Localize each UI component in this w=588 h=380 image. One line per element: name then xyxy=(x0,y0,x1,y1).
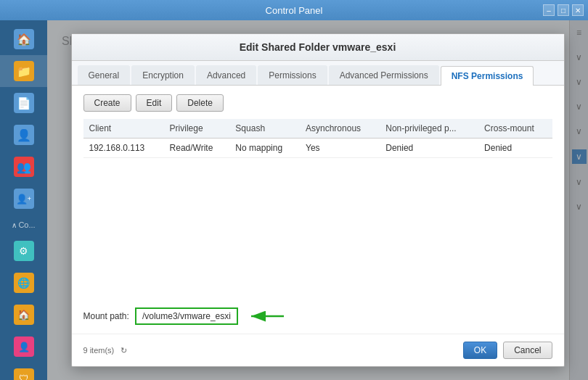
table-body: 192.168.0.113 Read/Write No mapping Yes … xyxy=(83,139,552,158)
tab-advanced-permissions[interactable]: Advanced Permissions xyxy=(329,65,439,85)
tab-advanced[interactable]: Advanced xyxy=(196,65,256,85)
col-squash: Squash xyxy=(229,119,300,139)
sec-icon: 🛡 xyxy=(14,368,34,380)
col-client: Client xyxy=(83,119,164,139)
tab-encryption[interactable]: Encryption xyxy=(131,65,195,85)
mount-path-value: /volume3/vmware_esxi xyxy=(135,307,238,325)
modal-body: Create Edit Delete Client Privilege Squa… xyxy=(72,86,564,334)
title-bar-controls: – □ ✕ xyxy=(543,4,584,16)
modal-title: Edit Shared Folder vmware_esxi xyxy=(240,41,396,53)
modal-header: Edit Shared Folder vmware_esxi xyxy=(72,34,564,61)
sidebar-item-ext[interactable]: 🌐 xyxy=(0,267,47,299)
refresh-icon[interactable]: ↻ xyxy=(121,346,127,355)
cell-privilege: Read/Write xyxy=(164,139,230,158)
delete-button[interactable]: Delete xyxy=(176,94,224,112)
nfs-table: Client Privilege Squash Asynchronous Non… xyxy=(83,119,552,158)
col-nonpriv: Non-privileged p... xyxy=(380,119,478,139)
item-count: 9 item(s) xyxy=(83,346,115,355)
minimize-button[interactable]: – xyxy=(543,4,555,16)
sidebar-item-home[interactable]: 🏠 xyxy=(0,23,47,55)
tab-permissions[interactable]: Permissions xyxy=(258,65,327,85)
sidebar-item-qos[interactable]: ⚙ xyxy=(0,235,47,267)
col-crossmount: Cross-mount xyxy=(478,119,552,139)
sidebar-item-group[interactable]: 👥 xyxy=(0,151,47,183)
shared-folder-icon: 📁 xyxy=(14,61,34,81)
main-layout: 🏠 📁 📄 👤 👥 👤+ ∧ Co... ⚙ 🌐 xyxy=(0,20,588,380)
sidebar-item-dp[interactable]: 👤 xyxy=(0,331,47,363)
cell-async: Yes xyxy=(300,139,380,158)
table-row[interactable]: 192.168.0.113 Read/Write No mapping Yes … xyxy=(83,139,552,158)
edit-button[interactable]: Edit xyxy=(136,94,173,112)
modal-dialog: Edit Shared Folder vmware_esxi General E… xyxy=(71,33,565,367)
footer-status: 9 item(s) ↻ xyxy=(83,346,128,355)
mount-path-area: Mount path: /volume3/vmware_esxi xyxy=(83,300,552,325)
modal-overlay: Edit Shared Folder vmware_esxi General E… xyxy=(47,20,588,380)
sidebar-item-notif[interactable]: 🏠 xyxy=(0,299,47,331)
file-icon: 📄 xyxy=(14,93,34,113)
sidebar-item-shared[interactable]: 📁 xyxy=(0,55,47,87)
cell-nonpriv: Denied xyxy=(380,139,478,158)
col-privilege: Privilege xyxy=(164,119,230,139)
title-bar: Control Panel – □ ✕ xyxy=(0,0,588,20)
conn-label: Co... xyxy=(18,220,35,229)
close-button[interactable]: ✕ xyxy=(572,4,584,16)
tab-general[interactable]: General xyxy=(78,65,131,85)
cell-squash: No mapping xyxy=(229,139,300,158)
dp-icon: 👤 xyxy=(14,336,34,357)
group-icon: 👥 xyxy=(14,157,34,177)
modal-tabs: General Encryption Advanced Permissions … xyxy=(72,61,564,86)
sidebar-item-sec[interactable]: 🛡 xyxy=(0,363,47,380)
arrow-indicator xyxy=(244,307,287,325)
qos-icon: ⚙ xyxy=(14,241,34,261)
home-icon: 🏠 xyxy=(14,29,34,49)
user-icon: 👤 xyxy=(14,125,34,145)
tab-nfs-permissions[interactable]: NFS Permissions xyxy=(441,66,534,86)
mount-path-label: Mount path: xyxy=(83,311,129,321)
sidebar: 🏠 📁 📄 👤 👥 👤+ ∧ Co... ⚙ 🌐 xyxy=(0,20,47,380)
sidebar-item-conn[interactable]: ∧ Co... xyxy=(0,215,47,235)
title-bar-text: Control Panel xyxy=(266,5,323,16)
table-header-row: Client Privilege Squash Asynchronous Non… xyxy=(83,119,552,139)
sidebar-item-user[interactable]: 👤 xyxy=(0,119,47,151)
cancel-button[interactable]: Cancel xyxy=(503,342,552,359)
sidebar-item-file[interactable]: 📄 xyxy=(0,87,47,119)
domain-icon: 👤+ xyxy=(14,189,34,209)
create-button[interactable]: Create xyxy=(83,94,131,112)
cell-client: 192.168.0.113 xyxy=(83,139,164,158)
footer-buttons: OK Cancel xyxy=(463,342,552,359)
modal-footer: 9 item(s) ↻ OK Cancel xyxy=(72,334,564,366)
col-async: Asynchronous xyxy=(300,119,380,139)
cell-crossmount: Denied xyxy=(478,139,552,158)
notif-icon: 🏠 xyxy=(14,305,34,325)
table-header: Client Privilege Squash Asynchronous Non… xyxy=(83,119,552,139)
content-area: Shared Folder Edit Shared Folder vmware_… xyxy=(47,20,588,380)
ok-button[interactable]: OK xyxy=(463,342,497,359)
table-spacer xyxy=(83,158,552,300)
maximize-button[interactable]: □ xyxy=(558,4,569,16)
sidebar-item-domain[interactable]: 👤+ xyxy=(0,183,47,215)
nfs-toolbar: Create Edit Delete xyxy=(83,94,552,112)
ext-icon: 🌐 xyxy=(14,273,34,293)
